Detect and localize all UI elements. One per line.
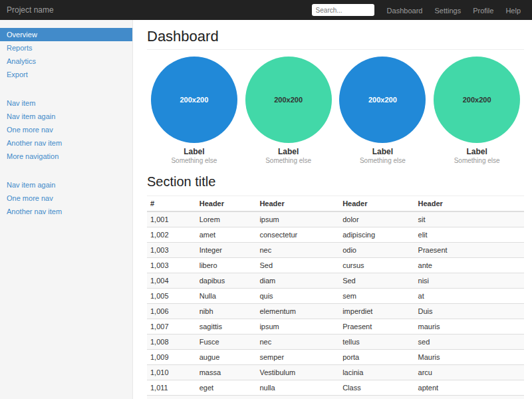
table-cell: elit bbox=[415, 227, 524, 243]
table-cell: ipsum bbox=[256, 319, 339, 334]
table-cell: lacinia bbox=[339, 365, 414, 380]
table-cell: ipsum bbox=[256, 211, 339, 227]
table-cell: taciti bbox=[196, 396, 257, 399]
table-cell: elementum bbox=[256, 304, 339, 319]
table-row: 1,003IntegernecodioPraesent bbox=[147, 243, 524, 258]
sidebar-item-nav-item-again[interactable]: Nav item again bbox=[0, 110, 132, 123]
table-cell: amet bbox=[196, 227, 257, 243]
circle-placeholder: 200x200 bbox=[434, 57, 520, 143]
navbar-link-help[interactable]: Help bbox=[499, 7, 527, 15]
circle-placeholder: 200x200 bbox=[151, 57, 237, 143]
main-content: Dashboard 200x200LabelSomething else200x… bbox=[133, 20, 532, 399]
table-row: 1,009auguesemperportaMauris bbox=[147, 350, 524, 365]
sidebar-item-nav-item[interactable]: Nav item bbox=[0, 96, 132, 110]
table-cell: Praesent bbox=[339, 319, 414, 334]
table-cell: nulla bbox=[256, 380, 339, 396]
table-cell: sed bbox=[415, 334, 524, 350]
table-cell: 1,012 bbox=[147, 396, 196, 399]
navbar-links: DashboardSettingsProfileHelp bbox=[381, 4, 527, 16]
sidebar-group: OverviewReportsAnalyticsExport bbox=[0, 28, 132, 81]
sidebar-item-analytics[interactable]: Analytics bbox=[0, 55, 132, 68]
table-cell: quis bbox=[256, 289, 339, 304]
table-cell: adipiscing bbox=[339, 227, 414, 243]
page-title: Dashboard bbox=[147, 28, 524, 50]
table-cell: augue bbox=[196, 350, 257, 365]
table-header-cell: Header bbox=[196, 196, 257, 211]
table-cell: tellus bbox=[339, 334, 414, 350]
table-cell: Sed bbox=[256, 258, 339, 273]
table-cell: arcu bbox=[415, 365, 524, 380]
table-cell: ante bbox=[415, 258, 524, 273]
table-cell: 1,003 bbox=[147, 258, 196, 273]
table-cell: nec bbox=[256, 243, 339, 258]
placeholder-label: Label bbox=[430, 147, 524, 156]
sidebar-item-reports[interactable]: Reports bbox=[0, 41, 132, 55]
table-cell: mauris bbox=[415, 319, 524, 334]
brand[interactable]: Project name bbox=[7, 5, 54, 15]
table-header-cell: Header bbox=[415, 196, 524, 211]
table-cell: 1,010 bbox=[147, 365, 196, 380]
table-cell: sem bbox=[339, 289, 414, 304]
table-header-cell: Header bbox=[339, 196, 414, 211]
sidebar-item-another-nav-item[interactable]: Another nav item bbox=[0, 136, 132, 150]
table-row: 1,012tacitisociosquadlitora bbox=[147, 396, 524, 399]
table-cell: sit bbox=[415, 211, 524, 227]
table-cell: aptent bbox=[415, 380, 524, 396]
navbar-link-dashboard[interactable]: Dashboard bbox=[381, 7, 429, 15]
sidebar-item-another-nav-item[interactable]: Another nav item bbox=[0, 205, 132, 218]
table-cell: odio bbox=[339, 243, 414, 258]
circle-placeholder: 200x200 bbox=[339, 57, 426, 143]
table-cell: at bbox=[415, 289, 524, 304]
table-cell: ad bbox=[339, 396, 414, 399]
table-header-row: #HeaderHeaderHeaderHeader bbox=[147, 196, 524, 211]
placeholder-sublabel: Something else bbox=[147, 157, 241, 164]
table-cell: Class bbox=[339, 380, 414, 396]
table-cell: Fusce bbox=[196, 334, 257, 350]
table-cell: sagittis bbox=[196, 319, 257, 334]
table-cell: cursus bbox=[339, 258, 414, 273]
table-cell: 1,009 bbox=[147, 350, 196, 365]
table-row: 1,011egetnullaClassaptent bbox=[147, 380, 524, 396]
placeholder-row: 200x200LabelSomething else200x200LabelSo… bbox=[147, 57, 524, 164]
table-row: 1,003liberoSedcursusante bbox=[147, 258, 524, 273]
data-table: #HeaderHeaderHeaderHeader 1,001Loremipsu… bbox=[147, 196, 524, 399]
table-cell: 1,001 bbox=[147, 211, 196, 227]
search-input[interactable] bbox=[312, 4, 374, 16]
navbar-link-settings[interactable]: Settings bbox=[428, 7, 467, 15]
circle-placeholder: 200x200 bbox=[245, 57, 332, 143]
navbar-right: DashboardSettingsProfileHelp bbox=[312, 4, 527, 16]
table-cell: 1,005 bbox=[147, 289, 196, 304]
table-header-cell: Header bbox=[256, 196, 339, 211]
table-row: 1,006nibhelementumimperdietDuis bbox=[147, 304, 524, 319]
placeholder-label: Label bbox=[147, 147, 241, 156]
sidebar-item-export[interactable]: Export bbox=[0, 68, 132, 81]
table-row: 1,001Loremipsumdolorsit bbox=[147, 211, 524, 227]
table-cell: Integer bbox=[196, 243, 257, 258]
table-cell: 1,007 bbox=[147, 319, 196, 334]
sidebar-item-more-navigation[interactable]: More navigation bbox=[0, 150, 132, 163]
table-cell: 1,003 bbox=[147, 243, 196, 258]
navbar-link-profile[interactable]: Profile bbox=[467, 7, 499, 15]
sidebar-group: Nav item againOne more navAnother nav it… bbox=[0, 178, 132, 218]
table-cell: dapibus bbox=[196, 273, 257, 289]
sidebar-item-nav-item-again[interactable]: Nav item again bbox=[0, 178, 132, 192]
table-cell: consectetur bbox=[256, 227, 339, 243]
table-cell: 1,008 bbox=[147, 334, 196, 350]
table-cell: porta bbox=[339, 350, 414, 365]
table-cell: dolor bbox=[339, 211, 414, 227]
table-row: 1,005Nullaquissemat bbox=[147, 289, 524, 304]
placeholder-label: Label bbox=[241, 147, 336, 156]
table-cell: Nulla bbox=[196, 289, 257, 304]
table-row: 1,008Fuscenectellussed bbox=[147, 334, 524, 350]
table-cell: Lorem bbox=[196, 211, 257, 227]
section-title: Section title bbox=[147, 174, 524, 196]
table-cell: Vestibulum bbox=[256, 365, 339, 380]
sidebar-item-one-more-nav[interactable]: One more nav bbox=[0, 192, 132, 205]
table-cell: nibh bbox=[196, 304, 257, 319]
sidebar-item-one-more-nav[interactable]: One more nav bbox=[0, 123, 132, 136]
table-cell: 1,011 bbox=[147, 380, 196, 396]
table-row: 1,002ametconsecteturadipiscingelit bbox=[147, 227, 524, 243]
table-row: 1,004dapibusdiamSednisi bbox=[147, 273, 524, 289]
sidebar-item-overview[interactable]: Overview bbox=[0, 28, 132, 41]
table-cell: 1,006 bbox=[147, 304, 196, 319]
